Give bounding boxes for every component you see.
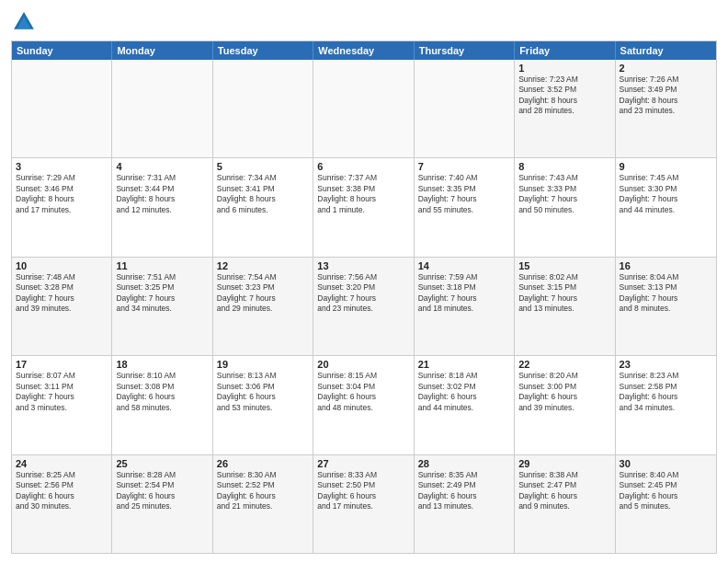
day-info: Sunrise: 8:28 AM Sunset: 2:54 PM Dayligh… [116,470,208,512]
day-info: Sunrise: 8:18 AM Sunset: 3:02 PM Dayligh… [418,371,510,413]
day-number: 1 [518,63,610,74]
day-number: 4 [116,161,208,172]
calendar-cell-3: 3Sunrise: 7:29 AM Sunset: 3:46 PM Daylig… [12,158,112,256]
calendar-cell-16: 16Sunrise: 8:04 AM Sunset: 3:13 PM Dayli… [616,258,716,355]
day-info: Sunrise: 8:23 AM Sunset: 2:58 PM Dayligh… [620,371,712,413]
day-info: Sunrise: 7:51 AM Sunset: 3:25 PM Dayligh… [116,272,208,315]
header [11,9,717,35]
calendar-cell-empty-0-1 [112,60,212,157]
day-number: 21 [418,359,510,370]
day-info: Sunrise: 7:26 AM Sunset: 3:49 PM Dayligh… [620,75,712,117]
calendar-cell-17: 17Sunrise: 8:07 AM Sunset: 3:11 PM Dayli… [12,356,112,454]
day-number: 8 [518,161,610,172]
logo [11,9,40,35]
day-info: Sunrise: 7:40 AM Sunset: 3:35 PM Dayligh… [418,173,510,215]
calendar-cell-13: 13Sunrise: 7:56 AM Sunset: 3:20 PM Dayli… [313,258,414,355]
day-info: Sunrise: 7:43 AM Sunset: 3:33 PM Dayligh… [518,173,610,215]
day-info: Sunrise: 8:20 AM Sunset: 3:00 PM Dayligh… [518,371,610,413]
day-info: Sunrise: 7:45 AM Sunset: 3:30 PM Dayligh… [620,173,712,215]
day-info: Sunrise: 7:23 AM Sunset: 3:52 PM Dayligh… [518,75,610,117]
day-info: Sunrise: 8:02 AM Sunset: 3:15 PM Dayligh… [518,272,610,315]
calendar-cell-8: 8Sunrise: 7:43 AM Sunset: 3:33 PM Daylig… [515,158,615,256]
day-number: 14 [418,260,510,271]
day-number: 5 [217,161,309,172]
calendar-cell-26: 26Sunrise: 8:30 AM Sunset: 2:52 PM Dayli… [213,455,313,553]
calendar-cell-23: 23Sunrise: 8:23 AM Sunset: 2:58 PM Dayli… [616,356,716,454]
calendar-row-0: 1Sunrise: 7:23 AM Sunset: 3:52 PM Daylig… [12,60,716,157]
day-info: Sunrise: 8:33 AM Sunset: 2:50 PM Dayligh… [317,470,409,512]
header-day-wednesday: Wednesday [313,41,414,60]
day-info: Sunrise: 8:13 AM Sunset: 3:06 PM Dayligh… [217,371,309,413]
calendar-cell-6: 6Sunrise: 7:37 AM Sunset: 3:38 PM Daylig… [313,158,414,256]
day-number: 16 [620,260,712,271]
calendar-cell-empty-0-4 [415,60,515,157]
header-day-tuesday: Tuesday [213,41,313,60]
day-info: Sunrise: 7:29 AM Sunset: 3:46 PM Dayligh… [16,173,108,215]
day-info: Sunrise: 7:48 AM Sunset: 3:28 PM Dayligh… [16,272,108,315]
page: SundayMondayTuesdayWednesdayThursdayFrid… [0,0,728,563]
day-info: Sunrise: 8:38 AM Sunset: 2:47 PM Dayligh… [518,470,610,512]
day-info: Sunrise: 7:34 AM Sunset: 3:41 PM Dayligh… [217,173,309,215]
day-number: 10 [16,260,108,271]
day-number: 24 [16,458,108,469]
calendar-cell-18: 18Sunrise: 8:10 AM Sunset: 3:08 PM Dayli… [112,356,212,454]
header-day-friday: Friday [515,41,615,60]
calendar-row-1: 3Sunrise: 7:29 AM Sunset: 3:46 PM Daylig… [12,157,716,256]
day-info: Sunrise: 8:35 AM Sunset: 2:49 PM Dayligh… [418,470,510,512]
calendar-cell-29: 29Sunrise: 8:38 AM Sunset: 2:47 PM Dayli… [515,455,615,553]
calendar-cell-24: 24Sunrise: 8:25 AM Sunset: 2:56 PM Dayli… [12,455,112,553]
calendar-cell-20: 20Sunrise: 8:15 AM Sunset: 3:04 PM Dayli… [313,356,414,454]
day-info: Sunrise: 8:10 AM Sunset: 3:08 PM Dayligh… [116,371,208,413]
day-info: Sunrise: 7:31 AM Sunset: 3:44 PM Dayligh… [116,173,208,215]
day-info: Sunrise: 8:15 AM Sunset: 3:04 PM Dayligh… [317,371,409,413]
calendar-cell-25: 25Sunrise: 8:28 AM Sunset: 2:54 PM Dayli… [112,455,212,553]
calendar-cell-1: 1Sunrise: 7:23 AM Sunset: 3:52 PM Daylig… [515,60,615,157]
day-number: 29 [518,458,610,469]
calendar-cell-28: 28Sunrise: 8:35 AM Sunset: 2:49 PM Dayli… [415,455,515,553]
day-info: Sunrise: 8:30 AM Sunset: 2:52 PM Dayligh… [217,470,309,512]
calendar-cell-11: 11Sunrise: 7:51 AM Sunset: 3:25 PM Dayli… [112,258,212,355]
day-number: 23 [620,359,712,370]
day-number: 12 [217,260,309,271]
calendar-row-4: 24Sunrise: 8:25 AM Sunset: 2:56 PM Dayli… [12,454,716,553]
day-number: 25 [116,458,208,469]
day-info: Sunrise: 8:07 AM Sunset: 3:11 PM Dayligh… [16,371,108,413]
day-number: 28 [418,458,510,469]
calendar-cell-12: 12Sunrise: 7:54 AM Sunset: 3:23 PM Dayli… [213,258,313,355]
header-day-saturday: Saturday [616,41,716,60]
day-number: 22 [518,359,610,370]
day-number: 18 [116,359,208,370]
calendar-cell-5: 5Sunrise: 7:34 AM Sunset: 3:41 PM Daylig… [213,158,313,256]
day-info: Sunrise: 8:25 AM Sunset: 2:56 PM Dayligh… [16,470,108,512]
day-number: 2 [620,63,712,74]
day-number: 9 [620,161,712,172]
header-day-monday: Monday [112,41,212,60]
day-number: 20 [317,359,409,370]
day-number: 19 [217,359,309,370]
day-info: Sunrise: 7:56 AM Sunset: 3:20 PM Dayligh… [317,272,409,315]
day-number: 26 [217,458,309,469]
calendar-cell-27: 27Sunrise: 8:33 AM Sunset: 2:50 PM Dayli… [313,455,414,553]
calendar-cell-30: 30Sunrise: 8:40 AM Sunset: 2:45 PM Dayli… [616,455,716,553]
day-number: 7 [418,161,510,172]
logo-icon [11,9,37,35]
calendar-cell-22: 22Sunrise: 8:20 AM Sunset: 3:00 PM Dayli… [515,356,615,454]
header-day-sunday: Sunday [12,41,112,60]
calendar-cell-2: 2Sunrise: 7:26 AM Sunset: 3:49 PM Daylig… [616,60,716,157]
calendar-cell-7: 7Sunrise: 7:40 AM Sunset: 3:35 PM Daylig… [415,158,515,256]
calendar-cell-empty-0-0 [12,60,112,157]
day-number: 13 [317,260,409,271]
day-info: Sunrise: 7:54 AM Sunset: 3:23 PM Dayligh… [217,272,309,315]
day-number: 11 [116,260,208,271]
calendar-cell-10: 10Sunrise: 7:48 AM Sunset: 3:28 PM Dayli… [12,258,112,355]
day-info: Sunrise: 8:04 AM Sunset: 3:13 PM Dayligh… [620,272,712,315]
day-info: Sunrise: 8:40 AM Sunset: 2:45 PM Dayligh… [620,470,712,512]
header-day-thursday: Thursday [415,41,515,60]
calendar-row-3: 17Sunrise: 8:07 AM Sunset: 3:11 PM Dayli… [12,355,716,454]
day-number: 15 [518,260,610,271]
calendar-cell-4: 4Sunrise: 7:31 AM Sunset: 3:44 PM Daylig… [112,158,212,256]
calendar-body: 1Sunrise: 7:23 AM Sunset: 3:52 PM Daylig… [12,60,716,553]
calendar-cell-21: 21Sunrise: 8:18 AM Sunset: 3:02 PM Dayli… [415,356,515,454]
calendar-cell-empty-0-2 [213,60,313,157]
day-number: 17 [16,359,108,370]
